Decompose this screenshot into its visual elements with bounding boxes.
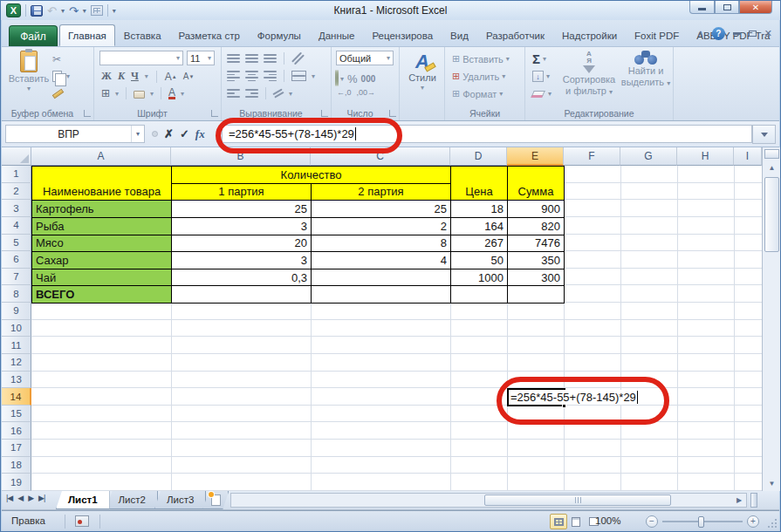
alignment-dialog-launcher[interactable] bbox=[321, 110, 328, 117]
scroll-down-button[interactable]: ▼ bbox=[764, 476, 779, 490]
merge-dropdown-icon[interactable]: ▾ bbox=[312, 72, 315, 80]
align-left-button[interactable] bbox=[227, 71, 240, 81]
cell-D4[interactable]: 164 bbox=[450, 217, 508, 235]
cell-E7[interactable]: 300 bbox=[507, 269, 565, 287]
cell-C5[interactable]: 8 bbox=[311, 235, 451, 253]
merge-center-button[interactable] bbox=[291, 71, 306, 81]
name-box[interactable]: ВПР ▾ bbox=[5, 125, 145, 143]
increase-indent-button[interactable] bbox=[245, 88, 258, 99]
cell-D8[interactable] bbox=[450, 285, 508, 304]
cell-E4[interactable]: 820 bbox=[507, 217, 565, 235]
column-header-C[interactable]: C bbox=[311, 147, 450, 166]
scroll-up-button[interactable]: ▲ bbox=[764, 160, 779, 174]
sheet-tab-Лист2[interactable]: Лист2 bbox=[106, 491, 158, 509]
zoom-in-button[interactable]: + bbox=[747, 515, 759, 528]
row-header-7[interactable]: 7 bbox=[2, 269, 31, 286]
cell-B1-quantity-header[interactable]: Количество bbox=[171, 166, 451, 184]
confirm-entry-button[interactable]: ✓ bbox=[180, 127, 189, 140]
align-center-button[interactable] bbox=[245, 71, 258, 81]
cell-C4[interactable]: 2 bbox=[311, 217, 451, 235]
row-header-17[interactable]: 17 bbox=[2, 440, 31, 457]
tab-area-splitter[interactable] bbox=[750, 493, 757, 508]
underline-button[interactable]: Ч bbox=[131, 70, 139, 83]
fill-color-button[interactable] bbox=[134, 88, 145, 99]
row-header-12[interactable]: 12 bbox=[2, 354, 31, 372]
cell-A1-name-header[interactable]: Наименование товара bbox=[31, 166, 172, 201]
align-right-button[interactable] bbox=[264, 71, 277, 81]
cell-B7[interactable]: 0,3 bbox=[171, 269, 312, 287]
autosum-button[interactable]: Σ ▾ bbox=[532, 51, 546, 66]
insert-function-button[interactable]: fx bbox=[195, 127, 205, 141]
ribbon-tab-Разметка стр[interactable]: Разметка стр bbox=[170, 24, 249, 46]
scroll-right-button[interactable]: ▶ bbox=[733, 494, 745, 506]
percent-style-button[interactable]: % bbox=[347, 72, 358, 85]
find-select-button[interactable]: Найти и выделить ▾ bbox=[620, 51, 672, 87]
file-tab[interactable]: Файл bbox=[9, 25, 58, 46]
horizontal-scrollbar[interactable]: ▶ bbox=[230, 493, 747, 508]
align-top-button[interactable] bbox=[227, 53, 240, 64]
zoom-slider-thumb[interactable] bbox=[698, 516, 704, 528]
cell-E8[interactable] bbox=[507, 285, 565, 304]
ribbon-tab-Данные[interactable]: Данные bbox=[310, 24, 364, 46]
cell-E3[interactable]: 900 bbox=[507, 200, 565, 218]
increase-decimal-button[interactable]: ←,0 bbox=[337, 88, 352, 97]
formula-input[interactable]: =256*45-55+(78-145)*29 bbox=[222, 125, 752, 143]
ribbon-tab-Вид[interactable]: Вид bbox=[442, 24, 477, 46]
cell-C3[interactable]: 25 bbox=[311, 200, 451, 218]
font-name-combo[interactable]: ▾ bbox=[99, 51, 183, 65]
cell-A5[interactable]: Мясо bbox=[31, 235, 172, 253]
clipboard-dialog-launcher[interactable] bbox=[84, 110, 91, 117]
paste-button[interactable]: Вставить ▾ bbox=[9, 51, 49, 92]
vertical-scroll-thumb[interactable] bbox=[764, 177, 779, 252]
wrap-dropdown-icon[interactable]: ▾ bbox=[289, 90, 292, 98]
borders-button[interactable]: ⊞ bbox=[101, 87, 110, 99]
sheet-tab-Лист1[interactable]: Лист1 bbox=[56, 491, 110, 509]
cell-D3[interactable]: 18 bbox=[450, 200, 508, 218]
copy-button[interactable]: ▾ bbox=[52, 71, 70, 82]
last-sheet-button[interactable]: ▶| bbox=[38, 494, 45, 502]
zoom-level[interactable]: 100% bbox=[595, 515, 620, 526]
cell-B4[interactable]: 3 bbox=[171, 217, 312, 235]
cancel-entry-button[interactable]: ✗ bbox=[164, 127, 174, 140]
column-header-H[interactable]: H bbox=[677, 147, 734, 166]
row-header-11[interactable]: 11 bbox=[2, 337, 31, 354]
grow-font-button[interactable]: А▲ bbox=[165, 71, 177, 83]
decrease-decimal-button[interactable]: ,00→ bbox=[357, 88, 376, 97]
accounting-dropdown-icon[interactable]: ▾ bbox=[340, 75, 344, 83]
styles-button[interactable]: А Стили ▾ bbox=[405, 52, 440, 92]
row-header-9[interactable]: 9 bbox=[2, 303, 31, 320]
expand-formula-bar-button[interactable] bbox=[752, 125, 776, 144]
row-header-18[interactable]: 18 bbox=[2, 457, 31, 474]
align-middle-button[interactable] bbox=[245, 53, 258, 64]
ribbon-tab-Рецензирова[interactable]: Рецензирова bbox=[363, 24, 442, 46]
cell-C8[interactable] bbox=[311, 285, 451, 304]
ribbon-tab-Foxit PDF[interactable]: Foxit PDF bbox=[626, 24, 688, 46]
macro-record-button[interactable] bbox=[75, 515, 89, 527]
cell-E1-total-header[interactable]: Сумма bbox=[507, 166, 565, 201]
book-restore-icon[interactable] bbox=[749, 31, 757, 37]
number-format-combo[interactable]: Общий ▾ bbox=[336, 51, 394, 65]
cell-A6[interactable]: Сахар bbox=[31, 251, 172, 269]
cell-A8[interactable]: ВСЕГО bbox=[31, 285, 172, 304]
row-header-4[interactable]: 4 bbox=[2, 217, 31, 235]
first-sheet-button[interactable]: |◀ bbox=[6, 494, 12, 502]
insert-sheet-button[interactable] bbox=[202, 491, 229, 509]
book-close-icon[interactable]: ✕ bbox=[764, 28, 772, 39]
row-header-2[interactable]: 2 bbox=[2, 183, 31, 201]
ribbon-tab-Вставка[interactable]: Вставка bbox=[115, 24, 170, 46]
clear-button[interactable]: ▾ bbox=[532, 90, 551, 98]
fill-color-dropdown-icon[interactable]: ▾ bbox=[150, 90, 154, 98]
row-header-14[interactable]: 14 bbox=[2, 388, 31, 406]
column-header-E[interactable]: E bbox=[507, 147, 564, 166]
format-cells-button[interactable]: ⊞ Формат ▾ bbox=[452, 88, 503, 99]
row-header-19[interactable]: 19 bbox=[2, 474, 31, 491]
cut-button[interactable]: ✂ bbox=[52, 53, 61, 65]
row-header-3[interactable]: 3 bbox=[2, 200, 31, 217]
cell-B5[interactable]: 20 bbox=[171, 235, 312, 253]
comma-style-button[interactable]: 000 bbox=[361, 74, 376, 84]
fill-button[interactable]: ↓ ▾ bbox=[532, 71, 550, 82]
vertical-scrollbar[interactable]: ▲ ▼ bbox=[762, 147, 781, 491]
sort-filter-button[interactable]: АЯ Сортировка и фильтр ▾ bbox=[562, 51, 616, 96]
prev-sheet-button[interactable]: ◀ bbox=[17, 494, 23, 502]
cell-B3[interactable]: 25 bbox=[171, 200, 312, 218]
